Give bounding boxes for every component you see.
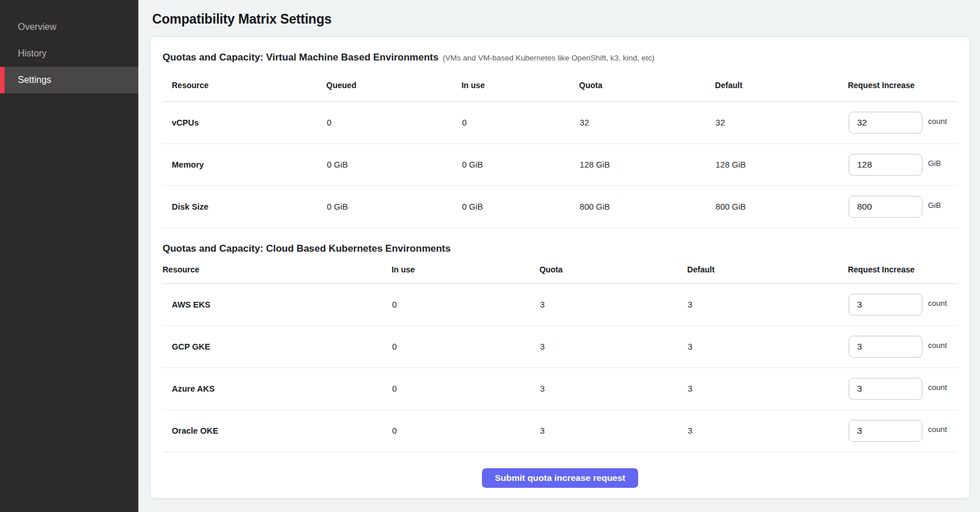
default-value: 32 xyxy=(715,102,847,144)
default-value: 800 GiB xyxy=(715,186,847,228)
cloud-table-header-row: Resource In use Quota Default Request In… xyxy=(163,260,958,284)
quota-value: 128 GiB xyxy=(579,144,715,186)
queued-value: 0 GiB xyxy=(326,144,461,186)
in-use-value: 0 xyxy=(461,102,579,144)
column-header-queued: Queued xyxy=(326,78,461,102)
default-value: 3 xyxy=(687,410,848,452)
vcpus-request-input[interactable] xyxy=(849,112,922,134)
default-value: 3 xyxy=(687,284,848,326)
cloud-k8s-quota-table: Resource In use Quota Default Request In… xyxy=(163,260,958,452)
column-header-resource: Resource xyxy=(163,260,391,284)
sidebar-nav: Overview History Settings xyxy=(0,14,138,93)
column-header-in-use: In use xyxy=(391,260,539,284)
request-increase-cell: count xyxy=(849,336,957,358)
unit-label: GiB xyxy=(928,201,941,210)
unit-label: count xyxy=(928,341,947,350)
table-row-vcpus: vCPUs 0 0 32 32 count xyxy=(163,102,958,144)
quota-value: 32 xyxy=(579,102,715,144)
unit-label: count xyxy=(928,299,947,308)
sidebar: Overview History Settings xyxy=(0,0,138,512)
in-use-value: 0 GiB xyxy=(461,186,579,228)
column-header-in-use: In use xyxy=(461,78,579,102)
settings-card: Quotas and Capacity: Virtual Machine Bas… xyxy=(150,36,970,499)
quota-value: 800 GiB xyxy=(579,186,715,228)
vm-section-title: Quotas and Capacity: Virtual Machine Bas… xyxy=(163,52,958,63)
column-header-default: Default xyxy=(687,260,848,284)
main-content: Compatibility Matrix Settings Quotas and… xyxy=(138,0,980,512)
memory-request-input[interactable] xyxy=(849,154,922,176)
resource-name: Azure AKS xyxy=(163,368,391,410)
submit-quota-increase-button[interactable]: Submit quota increase request xyxy=(482,468,638,488)
default-value: 3 xyxy=(687,368,848,410)
in-use-value: 0 xyxy=(391,410,539,452)
default-value: 3 xyxy=(687,326,848,368)
column-header-request-increase: Request Increase xyxy=(848,260,958,284)
vm-quota-table: Resource Queued In use Quota Default Req… xyxy=(163,78,958,228)
resource-name: Memory xyxy=(163,144,326,186)
column-header-request-increase: Request Increase xyxy=(848,78,958,102)
cloud-section-title: Quotas and Capacity: Cloud Based Kuberne… xyxy=(163,243,958,255)
resource-name: AWS EKS xyxy=(163,284,391,326)
default-value: 128 GiB xyxy=(715,144,847,186)
table-row-azure-aks: Azure AKS 0 3 3 count xyxy=(163,368,958,410)
in-use-value: 0 xyxy=(391,368,539,410)
column-header-default: Default xyxy=(715,78,847,102)
unit-label: count xyxy=(928,383,947,392)
request-increase-cell: GiB xyxy=(849,196,957,218)
in-use-value: 0 xyxy=(391,284,539,326)
resource-name: Oracle OKE xyxy=(163,410,391,452)
quota-value: 3 xyxy=(540,326,687,368)
sidebar-item-history[interactable]: History xyxy=(0,40,138,67)
table-row-disk-size: Disk Size 0 GiB 0 GiB 800 GiB 800 GiB Gi… xyxy=(163,186,958,228)
queued-value: 0 xyxy=(326,102,461,144)
resource-name: Disk Size xyxy=(163,186,326,228)
sidebar-item-settings[interactable]: Settings xyxy=(0,67,138,93)
aws-eks-request-input[interactable] xyxy=(849,294,922,316)
quota-value: 3 xyxy=(540,284,687,326)
gcp-gke-request-input[interactable] xyxy=(849,336,922,358)
page-title: Compatibility Matrix Settings xyxy=(152,12,970,27)
disk-size-request-input[interactable] xyxy=(849,196,922,218)
request-increase-cell: count xyxy=(849,294,957,316)
unit-label: count xyxy=(928,117,947,126)
vm-section-subtitle: (VMs and VM-based Kubernetes like OpenSh… xyxy=(443,54,655,62)
unit-label: GiB xyxy=(928,159,941,168)
resource-name: GCP GKE xyxy=(163,326,391,368)
in-use-value: 0 xyxy=(391,326,539,368)
vm-section-title-text: Quotas and Capacity: Virtual Machine Bas… xyxy=(163,52,439,63)
sidebar-item-overview[interactable]: Overview xyxy=(0,14,138,40)
column-header-resource: Resource xyxy=(163,78,326,102)
quota-value: 3 xyxy=(540,368,687,410)
request-increase-cell: count xyxy=(849,112,957,134)
table-row-memory: Memory 0 GiB 0 GiB 128 GiB 128 GiB GiB xyxy=(163,144,958,186)
request-increase-cell: GiB xyxy=(849,154,957,176)
request-increase-cell: count xyxy=(849,378,957,400)
in-use-value: 0 GiB xyxy=(461,144,579,186)
oracle-oke-request-input[interactable] xyxy=(849,420,922,442)
table-row-aws-eks: AWS EKS 0 3 3 count xyxy=(163,284,958,326)
azure-aks-request-input[interactable] xyxy=(849,378,922,400)
column-header-quota: Quota xyxy=(579,78,715,102)
table-row-oracle-oke: Oracle OKE 0 3 3 count xyxy=(163,410,958,452)
table-row-gcp-gke: GCP GKE 0 3 3 count xyxy=(163,326,958,368)
request-increase-cell: count xyxy=(849,420,957,442)
quota-value: 3 xyxy=(540,410,687,452)
column-header-quota: Quota xyxy=(540,260,687,284)
queued-value: 0 GiB xyxy=(326,186,461,228)
unit-label: count xyxy=(928,425,947,434)
vm-table-header-row: Resource Queued In use Quota Default Req… xyxy=(163,78,958,102)
submit-row: Submit quota increase request xyxy=(163,468,958,488)
resource-name: vCPUs xyxy=(163,102,326,144)
